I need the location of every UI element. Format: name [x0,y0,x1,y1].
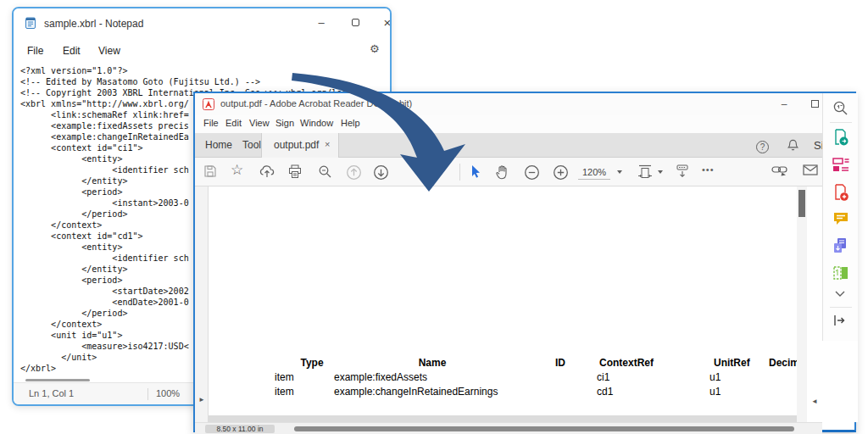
table-header-decimals: Decima [769,357,797,369]
tab-document-label: output.pdf [274,139,319,151]
vertical-scrollbar[interactable] [797,186,807,422]
save-icon[interactable] [203,164,220,181]
zoom-level-value[interactable]: 120% [578,167,610,180]
document-area: ► Type Name ID ContextRef UnitRef Decima… [195,186,858,422]
edit-pdf-icon[interactable] [832,156,849,173]
select-tool-pointer-icon[interactable] [470,164,487,181]
more-tools-chevron-icon[interactable] [832,290,849,307]
help-icon[interactable]: ? [756,138,769,153]
tab-document[interactable]: output.pdf × [261,133,339,158]
notepad-window-title: sample.xbrl - Notepad [44,18,143,30]
table-row1-type: item [275,371,294,383]
notepad-app-icon [24,16,37,30]
notepad-horizontal-scrollbar[interactable] [25,379,90,381]
sidebar-divider [830,307,852,308]
search-icon[interactable] [318,164,335,181]
previous-page-icon[interactable] [346,164,363,181]
notepad-menubar: File Edit View ⚙ [14,39,390,62]
table-row1-name: example:fixedAssets [334,371,427,383]
zoom-out-icon[interactable] [524,164,541,181]
table-header-type: Type [287,357,337,369]
code-line: <?xml version="1.0"?> [20,66,388,77]
pdf-page[interactable]: Type Name ID ContextRef UnitRef Decima i… [209,186,797,415]
email-envelope-icon[interactable] [803,164,820,181]
tab-home[interactable]: Home [205,139,232,151]
share-link-icon[interactable] [771,164,788,181]
acrobat-menu-sign[interactable]: Sign [275,118,294,128]
desktop: { "notepad": { "title": "sample.xbrl - N… [0,0,868,434]
notifications-bell-icon[interactable] [787,138,799,152]
next-page-icon[interactable] [373,164,390,181]
notepad-titlebar[interactable]: sample.xbrl - Notepad – × [14,8,390,39]
table-row1-contextref: ci1 [597,371,609,383]
vertical-scrollbar-thumb[interactable] [798,190,805,217]
acrobat-menu-file[interactable]: File [203,118,219,128]
acrobat-tabbar: Home Tools output.pdf × ? Sign In [195,133,854,158]
organize-pages-icon[interactable] [832,264,849,281]
nav-pane-toggle-icon[interactable]: ► [198,397,205,403]
navigation-pane-strip: ► [195,186,209,422]
tools-pane-toggle-icon[interactable]: ◄ [811,398,818,405]
print-icon[interactable] [288,164,305,181]
table-row2-contextref: cd1 [597,386,613,398]
code-line: <!-- Edited by Masatomo Goto (Fujitsu Lt… [20,77,388,88]
tools-sidebar [822,93,858,341]
notepad-menu-edit[interactable]: Edit [58,43,86,58]
acrobat-window-title: output.pdf - Adobe Acrobat Reader DC (64… [220,98,412,108]
notepad-menu-view[interactable]: View [93,43,125,58]
acrobat-menu-help[interactable]: Help [341,118,360,128]
page-gap [209,415,797,422]
acrobat-menubar: File Edit View Sign Window Help [195,115,854,133]
acrobat-titlebar[interactable]: output.pdf - Adobe Acrobat Reader DC (64… [195,93,854,115]
combine-files-icon[interactable] [832,237,849,254]
share-upload-icon[interactable] [259,164,276,181]
fit-width-icon[interactable] [637,164,654,181]
notepad-zoom-level: 100% [156,388,180,398]
acrobat-toolbar: ☆ 120% [195,158,854,186]
notepad-maximize-button[interactable] [342,12,368,34]
acrobat-statusbar: 8.50 x 11.00 in [195,422,822,434]
sidebar-search-tools-icon[interactable] [832,100,849,117]
table-row2-type: item [275,386,294,398]
comment-icon[interactable] [832,211,849,228]
status-divider [147,388,148,400]
table-row2-name: example:changeInRetainedEarnings [334,386,498,398]
scroll-mode-icon[interactable] [675,164,692,181]
acrobat-menu-view[interactable]: View [249,118,270,128]
table-row1-unitref: u1 [709,371,721,383]
acrobat-menu-edit[interactable]: Edit [225,118,242,128]
acrobat-app-icon [203,98,214,110]
table-header-name: Name [390,357,475,369]
tab-close-icon[interactable]: × [325,139,330,149]
notepad-close-button[interactable]: × [375,12,392,34]
sidebar-divider [830,122,852,123]
horizontal-scrollbar-thumb[interactable] [294,426,794,431]
cursor-position: Ln 1, Col 1 [29,388,74,398]
zoom-in-icon[interactable] [553,164,570,181]
acrobat-window: output.pdf - Adobe Acrobat Reader DC (64… [193,92,856,432]
toolbar-separator [459,164,460,181]
notepad-menu-file[interactable]: File [22,43,48,58]
notepad-settings-gear-icon[interactable]: ⚙ [370,42,380,55]
table-row2-unitref: u1 [709,386,721,398]
fit-dropdown-caret-icon[interactable] [658,170,663,174]
zoom-dropdown-caret-icon[interactable] [617,170,622,174]
table-header-contextref: ContextRef [599,357,654,369]
page-size-label: 8.50 x 11.00 in [205,425,275,433]
acrobat-minimize-button[interactable]: – [771,93,797,115]
acrobat-menu-window[interactable]: Window [300,118,333,128]
more-tools-icon[interactable]: ••• [702,164,715,175]
create-pdf-icon[interactable] [832,184,849,201]
table-header-id: ID [555,357,565,369]
hand-tool-icon[interactable] [495,164,512,181]
table-header-unitref: UnitRef [714,357,750,369]
notepad-minimize-button[interactable]: – [309,12,334,34]
expand-pane-icon[interactable] [832,314,849,331]
star-icon[interactable]: ☆ [231,161,248,177]
export-pdf-icon[interactable] [832,129,849,146]
